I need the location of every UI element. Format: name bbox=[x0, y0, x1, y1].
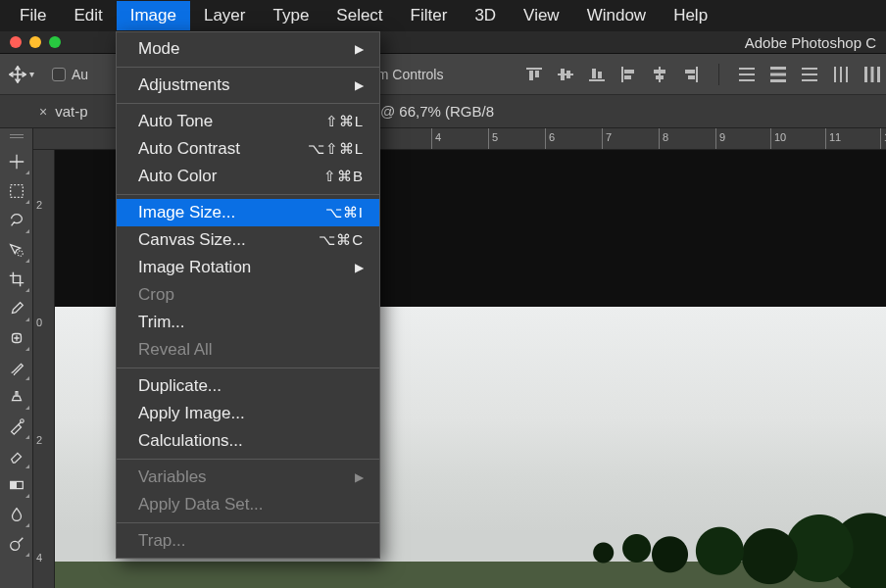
menu-item-label: Mode bbox=[138, 39, 355, 59]
align-bottom-edges-icon[interactable] bbox=[587, 65, 607, 84]
healing-brush-tool[interactable] bbox=[3, 324, 30, 352]
menu-item-shortcut: ⌥⇧⌘L bbox=[308, 140, 364, 158]
svg-rect-18 bbox=[739, 68, 755, 70]
submenu-arrow-icon: ▶ bbox=[355, 261, 364, 274]
svg-rect-10 bbox=[624, 70, 634, 74]
current-tool-indicator[interactable]: ▾ bbox=[8, 65, 34, 84]
align-left-edges-icon[interactable] bbox=[618, 65, 638, 84]
menu-item-auto-tone[interactable]: Auto Tone ⇧⌘L bbox=[117, 108, 379, 135]
svg-rect-23 bbox=[770, 79, 786, 82]
menu-window[interactable]: Window bbox=[573, 1, 660, 30]
ruler-tick: 2 bbox=[36, 199, 42, 211]
menu-filter[interactable]: Filter bbox=[397, 1, 462, 30]
dodge-tool[interactable] bbox=[3, 530, 30, 558]
panel-grip-icon[interactable] bbox=[0, 132, 32, 142]
menu-item-label: Auto Color bbox=[138, 167, 323, 186]
brush-tool[interactable] bbox=[3, 354, 30, 381]
window-zoom-button[interactable] bbox=[49, 36, 61, 48]
auto-select-checkbox[interactable]: Au bbox=[52, 67, 88, 82]
app-title: Adobe Photoshop C bbox=[745, 34, 876, 51]
svg-rect-31 bbox=[871, 67, 874, 82]
menu-3d[interactable]: 3D bbox=[461, 1, 510, 30]
menu-item-adjustments[interactable]: Adjustments ▶ bbox=[117, 72, 379, 99]
align-horizontal-centers-icon[interactable] bbox=[650, 65, 669, 84]
svg-rect-34 bbox=[10, 137, 24, 138]
distribute-left-edges-icon[interactable] bbox=[831, 65, 851, 84]
submenu-arrow-icon: ▶ bbox=[355, 78, 364, 92]
checkbox-icon bbox=[52, 68, 66, 81]
menu-type[interactable]: Type bbox=[259, 1, 322, 30]
svg-rect-22 bbox=[770, 73, 786, 75]
eraser-tool[interactable] bbox=[3, 442, 30, 469]
svg-rect-20 bbox=[739, 79, 755, 81]
menu-item-image-rotation[interactable]: Image Rotation ▶ bbox=[117, 254, 379, 281]
quick-selection-tool[interactable] bbox=[3, 236, 30, 264]
document-tab-name[interactable]: vat-p bbox=[55, 103, 87, 120]
distribute-top-edges-icon[interactable] bbox=[737, 65, 757, 84]
menu-item-reveal-all: Reveal All bbox=[117, 336, 379, 364]
move-tool[interactable] bbox=[3, 148, 30, 175]
ruler-tick: 8 bbox=[659, 128, 668, 150]
menu-separator bbox=[117, 522, 379, 523]
menu-item-trim[interactable]: Trim... bbox=[117, 309, 379, 336]
transform-controls-label: rm Controls bbox=[372, 67, 443, 82]
svg-rect-11 bbox=[624, 75, 631, 79]
window-traffic-lights bbox=[10, 36, 61, 48]
svg-rect-28 bbox=[840, 67, 842, 82]
menu-item-shortcut: ⇧⌘L bbox=[325, 113, 364, 130]
window-close-button[interactable] bbox=[10, 36, 22, 48]
menu-item-calculations[interactable]: Calculations... bbox=[117, 427, 379, 455]
svg-rect-14 bbox=[656, 75, 664, 79]
crop-tool[interactable] bbox=[3, 266, 30, 293]
svg-rect-40 bbox=[10, 481, 16, 488]
blur-tool[interactable] bbox=[3, 501, 30, 528]
ruler-tick: 6 bbox=[545, 128, 555, 150]
svg-rect-16 bbox=[685, 70, 695, 74]
menu-item-image-size[interactable]: Image Size... ⌥⌘I bbox=[117, 199, 379, 226]
menu-item-duplicate[interactable]: Duplicate... bbox=[117, 372, 379, 400]
menu-view[interactable]: View bbox=[510, 1, 573, 30]
clone-stamp-tool[interactable] bbox=[3, 383, 30, 411]
close-tab-icon[interactable]: × bbox=[39, 104, 47, 120]
ruler-tick: 4 bbox=[431, 128, 441, 150]
menu-image[interactable]: Image bbox=[117, 1, 190, 30]
menu-item-label: Apply Image... bbox=[138, 404, 364, 423]
menu-edit[interactable]: Edit bbox=[60, 1, 116, 30]
alignment-button-group bbox=[524, 64, 886, 85]
distribute-bottom-edges-icon[interactable] bbox=[800, 65, 819, 84]
svg-rect-12 bbox=[659, 67, 661, 82]
window-minimize-button[interactable] bbox=[29, 36, 41, 48]
menu-select[interactable]: Select bbox=[322, 1, 396, 30]
svg-rect-35 bbox=[10, 185, 23, 198]
menu-item-apply-image[interactable]: Apply Image... bbox=[117, 400, 379, 427]
align-top-edges-icon[interactable] bbox=[524, 65, 544, 84]
ruler-tick: 2 bbox=[36, 434, 42, 446]
lasso-tool[interactable] bbox=[3, 207, 30, 234]
distribute-vertical-centers-icon[interactable] bbox=[768, 65, 788, 84]
menu-help[interactable]: Help bbox=[660, 1, 721, 30]
ruler-vertical[interactable]: 2 0 2 4 bbox=[33, 150, 55, 588]
menu-item-auto-contrast[interactable]: Auto Contrast ⌥⇧⌘L bbox=[117, 135, 379, 163]
menu-separator bbox=[117, 368, 379, 368]
ruler-tick: 12 bbox=[880, 128, 886, 150]
svg-rect-32 bbox=[877, 67, 880, 82]
svg-rect-33 bbox=[10, 134, 24, 135]
menu-layer[interactable]: Layer bbox=[190, 1, 260, 30]
eyedropper-tool[interactable] bbox=[3, 295, 30, 322]
svg-point-36 bbox=[17, 251, 22, 256]
menu-item-canvas-size[interactable]: Canvas Size... ⌥⌘C bbox=[117, 226, 379, 254]
menu-item-mode[interactable]: Mode ▶ bbox=[117, 35, 379, 63]
separator bbox=[718, 64, 719, 85]
menu-item-crop: Crop bbox=[117, 281, 379, 309]
gradient-tool[interactable] bbox=[3, 471, 30, 499]
history-brush-tool[interactable] bbox=[3, 413, 30, 440]
menu-file[interactable]: File bbox=[6, 1, 60, 30]
align-right-edges-icon[interactable] bbox=[681, 65, 701, 84]
svg-rect-26 bbox=[802, 79, 817, 81]
align-vertical-centers-icon[interactable] bbox=[556, 65, 575, 84]
ruler-tick: 5 bbox=[488, 128, 498, 150]
menu-item-label: Trim... bbox=[138, 313, 364, 332]
marquee-tool[interactable] bbox=[3, 177, 30, 205]
distribute-horizontal-centers-icon[interactable] bbox=[862, 65, 882, 84]
menu-item-auto-color[interactable]: Auto Color ⇧⌘B bbox=[117, 163, 379, 190]
